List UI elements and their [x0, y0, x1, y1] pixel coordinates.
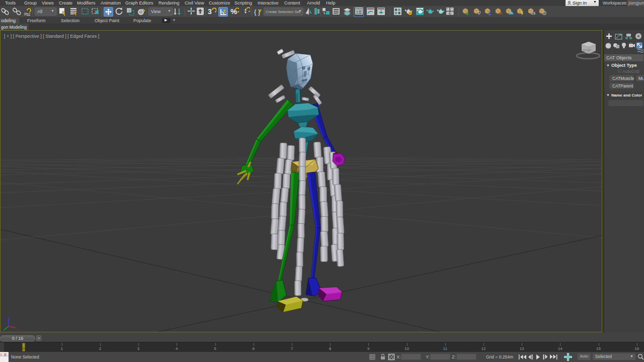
svg-text:Object Type: Object Type [611, 63, 637, 68]
svg-text:Name and Color: Name and Color [611, 93, 642, 98]
svg-text:CATParent: CATParent [612, 83, 633, 88]
svg-text:z: z [10, 316, 11, 319]
svg-text:CAT Objects: CAT Objects [606, 55, 632, 60]
svg-text:3: 3 [208, 8, 212, 16]
svg-text:Mu: Mu [638, 76, 643, 81]
svg-text:y: y [17, 328, 18, 331]
svg-text:CATMuscle: CATMuscle [612, 76, 634, 81]
svg-text:2: 2 [223, 9, 225, 14]
svg-text:FRONT: FRONT [583, 49, 591, 52]
svg-text:AutoGrid: AutoGrid [622, 69, 639, 74]
